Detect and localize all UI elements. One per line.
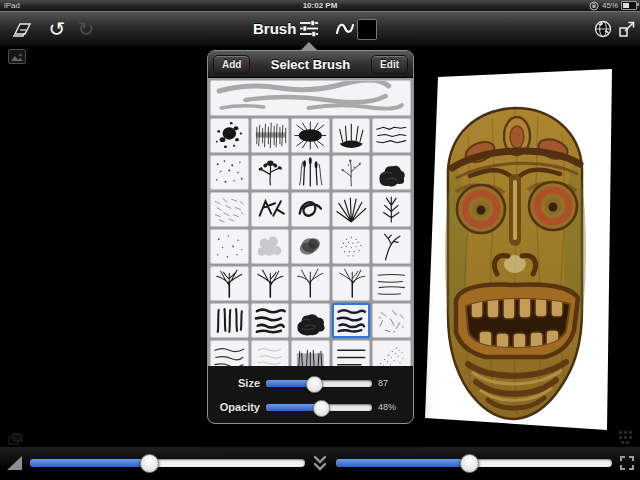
fullscreen-button[interactable]: [619, 455, 635, 475]
brush-cell-wildflower[interactable]: [332, 155, 371, 190]
brush-cell-scratch-lines[interactable]: [372, 118, 411, 153]
brush-cell-featured-clouds[interactable]: [210, 80, 411, 116]
brush-cell-tree-4[interactable]: [332, 266, 371, 301]
brush-cell-thin-lines[interactable]: [372, 266, 411, 301]
add-brush-button[interactable]: Add: [213, 55, 250, 74]
opacity-slider[interactable]: [266, 404, 372, 411]
brush-cell-tree-3[interactable]: [291, 266, 330, 301]
brush-cell-bold-scribble[interactable]: [291, 192, 330, 227]
bottom-size-slider[interactable]: [30, 459, 305, 467]
brush-cell-sketch-marks[interactable]: [372, 303, 411, 338]
panel-title: Select Brush: [271, 57, 350, 72]
layers-faint-icon[interactable]: [8, 431, 24, 449]
expand-icon: [619, 455, 635, 471]
brush-cell-bare-branch[interactable]: [372, 229, 411, 264]
brush-cell-grass-burst[interactable]: [291, 118, 330, 153]
size-slider-knob[interactable]: [306, 376, 323, 393]
brush-cell-bush-texture[interactable]: [291, 303, 330, 338]
opacity-value: 48%: [378, 402, 405, 412]
brush-cell-speckle-dots[interactable]: [210, 155, 249, 190]
brush-cell-light-texture[interactable]: [251, 340, 290, 366]
brush-cell-splatter-leaves[interactable]: [210, 118, 249, 153]
opacity-slider-knob[interactable]: [313, 400, 330, 417]
brush-cell-stipple-texture[interactable]: [332, 229, 371, 264]
minimize-faint-icon[interactable]: [618, 430, 632, 448]
brush-cell-vertical-strokes[interactable]: [210, 303, 249, 338]
panel-header: Add Select Brush Edit: [208, 51, 413, 78]
tiki-mask-artwork: [445, 108, 586, 419]
brush-cell-tree-2[interactable]: [251, 266, 290, 301]
bottom-toolbar: [0, 447, 640, 480]
select-brush-panel: Add Select Brush Edit Size 87 Opacity 48…: [207, 50, 414, 424]
app-root: iPad 10:02 PM 45% ↺ ↻ Brush: [0, 0, 640, 480]
brush-cell-grass-tuft[interactable]: [332, 192, 371, 227]
brush-sliders: Size 87 Opacity 48%: [208, 366, 413, 419]
brush-cell-flower-plant[interactable]: [251, 155, 290, 190]
brush-cell-fine-scratches[interactable]: [210, 192, 249, 227]
bottom-opacity-slider[interactable]: [336, 459, 612, 467]
bottom-opacity-slider-knob[interactable]: [460, 454, 479, 473]
collapse-toolbar-button[interactable]: [311, 454, 329, 476]
brush-cell-spiky-branch[interactable]: [372, 192, 411, 227]
size-slider[interactable]: [266, 380, 372, 387]
edit-brushes-button[interactable]: Edit: [371, 55, 408, 74]
brush-cell-cattails[interactable]: [291, 155, 330, 190]
brush-cell-sparse-dots[interactable]: [210, 229, 249, 264]
brush-cell-fine-speckle[interactable]: [372, 340, 411, 366]
brush-grid: [208, 78, 413, 366]
brush-cell-soft-texture[interactable]: [251, 229, 290, 264]
size-value: 87: [378, 378, 405, 388]
brush-cell-tree-1[interactable]: [210, 266, 249, 301]
bottom-size-slider-knob[interactable]: [140, 454, 159, 473]
double-chevron-down-icon: [311, 454, 329, 472]
brush-cell-grass-clump[interactable]: [332, 118, 371, 153]
brush-cell-fine-grass[interactable]: [251, 118, 290, 153]
brush-cell-thin-waves[interactable]: [210, 340, 249, 366]
size-label: Size: [216, 377, 260, 389]
brush-cell-angular-strokes[interactable]: [251, 192, 290, 227]
brush-size-wedge-icon: [7, 456, 22, 470]
brush-cell-grass-patch[interactable]: [291, 340, 330, 366]
brush-cell-flat-lines[interactable]: [332, 340, 371, 366]
opacity-label: Opacity: [216, 401, 260, 413]
brush-cell-shrub[interactable]: [372, 155, 411, 190]
brush-cell-smudge-blob[interactable]: [291, 229, 330, 264]
brush-cell-wavy-strokes[interactable]: [251, 303, 290, 338]
popover-arrow: [300, 42, 318, 51]
brush-cell-wavy-strokes-2[interactable]: [332, 303, 371, 338]
